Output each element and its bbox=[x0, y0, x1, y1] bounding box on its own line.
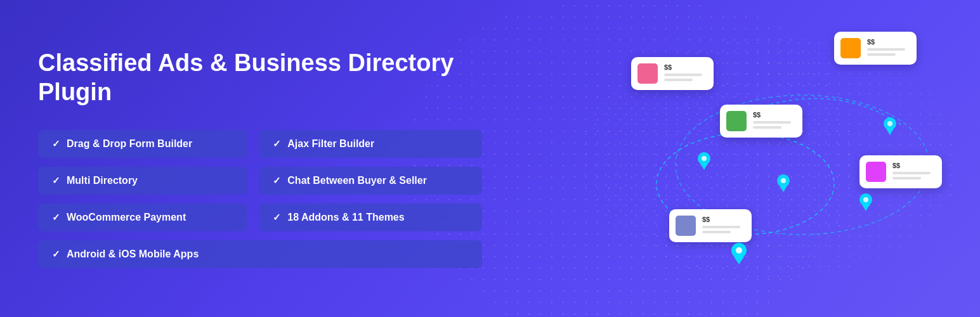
card-image-3 bbox=[866, 162, 886, 182]
card-line bbox=[753, 126, 781, 129]
ad-card-1: $$ bbox=[631, 57, 714, 90]
card-image-2 bbox=[726, 111, 747, 131]
banner-container: Classified Ads & Business Directory Plug… bbox=[0, 0, 980, 317]
card-image-1 bbox=[637, 63, 658, 84]
card-line bbox=[892, 177, 921, 179]
feature-label: Android & iOS Mobile Apps bbox=[67, 249, 199, 260]
card-text-3: $$ bbox=[892, 162, 931, 179]
feature-label: 18 Addons & 11 Themes bbox=[287, 212, 404, 223]
feature-ajax-filter: ✓ Ajax Filter Builder bbox=[259, 130, 482, 158]
feature-label: Ajax Filter Builder bbox=[287, 138, 374, 150]
feature-woocommerce: ✓ WooCommerce Payment bbox=[38, 204, 247, 231]
card-line bbox=[892, 172, 931, 174]
feature-addons: ✓ 18 Addons & 11 Themes bbox=[259, 204, 482, 231]
card-text-2: $$ bbox=[753, 111, 791, 129]
card-text-5: $$ bbox=[867, 38, 905, 56]
card-image-4 bbox=[676, 216, 696, 236]
ad-card-5: $$ bbox=[834, 32, 917, 65]
card-line bbox=[867, 53, 896, 56]
feature-label: Chat Between Buyer & Seller bbox=[287, 175, 427, 186]
card-text-4: $$ bbox=[702, 216, 740, 233]
feature-label: WooCommerce Payment bbox=[67, 212, 186, 223]
right-illustration: $$ $$ $$ $$ bbox=[536, 0, 980, 317]
card-line bbox=[702, 231, 731, 233]
card-line bbox=[753, 121, 791, 124]
card-price-4: $$ bbox=[702, 216, 740, 223]
card-price-5: $$ bbox=[867, 38, 905, 46]
ad-card-4: $$ bbox=[669, 209, 752, 242]
feature-drag-drop: ✓ Drag & Drop Form Builder bbox=[38, 130, 247, 158]
check-icon: ✓ bbox=[52, 175, 60, 186]
feature-chat: ✓ Chat Between Buyer & Seller bbox=[259, 167, 482, 195]
card-line bbox=[867, 48, 905, 51]
ad-card-3: $$ bbox=[859, 155, 942, 188]
left-content: Classified Ads & Business Directory Plug… bbox=[0, 17, 520, 299]
feature-label: Drag & Drop Form Builder bbox=[67, 138, 192, 150]
card-line bbox=[702, 226, 740, 228]
ad-card-2: $$ bbox=[720, 105, 802, 138]
check-icon: ✓ bbox=[52, 138, 60, 150]
card-line bbox=[664, 74, 702, 76]
check-icon: ✓ bbox=[52, 212, 60, 223]
features-grid: ✓ Drag & Drop Form Builder ✓ Ajax Filter… bbox=[38, 130, 482, 268]
check-icon: ✓ bbox=[273, 175, 281, 186]
check-icon: ✓ bbox=[273, 138, 281, 150]
card-price-3: $$ bbox=[892, 162, 931, 169]
feature-mobile: ✓ Android & iOS Mobile Apps bbox=[38, 240, 482, 268]
card-price-2: $$ bbox=[753, 111, 791, 119]
card-text-1: $$ bbox=[664, 63, 702, 81]
feature-label: Multi Directory bbox=[67, 175, 138, 186]
card-image-5 bbox=[840, 38, 861, 58]
feature-multi-dir: ✓ Multi Directory bbox=[38, 167, 247, 195]
check-icon: ✓ bbox=[52, 249, 60, 260]
card-line bbox=[664, 79, 693, 81]
check-icon: ✓ bbox=[273, 212, 281, 223]
card-price-1: $$ bbox=[664, 63, 702, 71]
main-title: Classified Ads & Business Directory Plug… bbox=[38, 49, 482, 107]
